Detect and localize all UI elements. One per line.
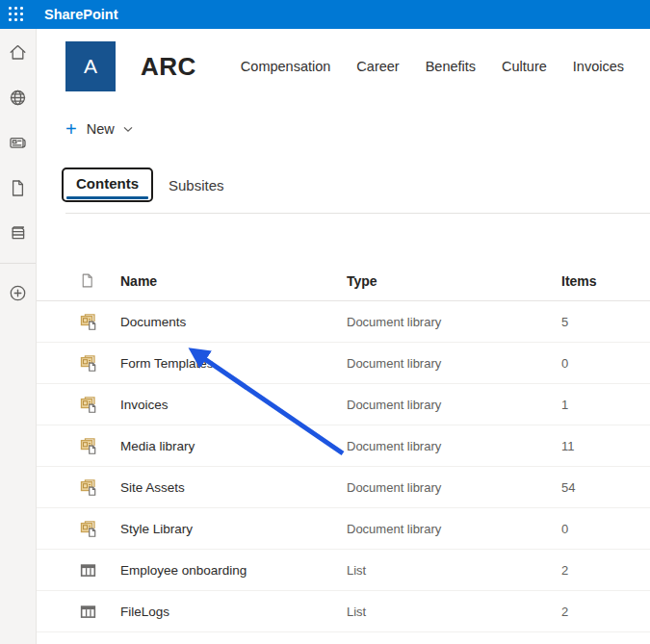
tab-contents[interactable]: Contents xyxy=(62,167,153,202)
tabs-divider xyxy=(65,213,650,214)
command-bar: + New xyxy=(65,117,650,141)
document-library-icon xyxy=(67,396,120,414)
row-items-count: 54 xyxy=(561,480,650,495)
tab-subsites[interactable]: Subsites xyxy=(157,169,236,201)
content-tabs: Contents Subsites xyxy=(62,167,650,202)
row-items-count: 2 xyxy=(561,605,650,619)
add-circle-icon[interactable] xyxy=(8,283,28,303)
row-name-link[interactable]: Style Library xyxy=(120,522,347,536)
row-type: Document library xyxy=(347,356,561,371)
app-rail xyxy=(0,29,37,644)
table-row[interactable]: Form TemplatesDocument library0 xyxy=(37,343,650,384)
site-nav-link-culture[interactable]: Culture xyxy=(502,59,547,74)
column-header-items[interactable]: Items xyxy=(561,273,650,289)
news-icon[interactable] xyxy=(8,133,28,153)
new-button[interactable]: + New xyxy=(65,117,139,141)
row-items-count: 0 xyxy=(561,356,650,371)
column-header-type[interactable]: Type xyxy=(347,273,561,289)
new-button-label: New xyxy=(87,121,115,137)
chevron-down-icon xyxy=(123,126,133,133)
table-row[interactable]: DocumentsDocument library5 xyxy=(37,301,650,343)
site-nav-link-career[interactable]: Career xyxy=(356,59,399,74)
rail-divider xyxy=(0,263,36,264)
row-items-count: 5 xyxy=(561,315,650,329)
app-launcher-waffle-icon[interactable] xyxy=(9,7,24,22)
site-logo[interactable]: A xyxy=(65,41,116,91)
document-library-icon xyxy=(67,437,120,455)
table-row[interactable]: FileLogsList2 xyxy=(37,591,650,632)
main-content: A ARC CompensationCareerBenefitsCultureI… xyxy=(37,29,650,632)
table-header-row: Name Type Items xyxy=(37,261,650,301)
row-type: Document library xyxy=(347,522,561,536)
document-library-icon xyxy=(67,478,120,497)
document-library-icon xyxy=(67,520,120,538)
row-type: Document library xyxy=(347,315,561,329)
list-icon xyxy=(67,561,120,580)
file-type-column-icon xyxy=(67,272,120,289)
site-contents-table: Name Type Items DocumentsDocument librar… xyxy=(37,261,650,632)
list-icon xyxy=(67,603,120,621)
table-row[interactable]: Site AssetsDocument library54 xyxy=(37,467,650,508)
site-nav-link-benefits[interactable]: Benefits xyxy=(426,59,476,74)
site-header: A ARC CompensationCareerBenefitsCultureI… xyxy=(37,29,650,91)
site-title: ARC xyxy=(141,52,196,82)
globe-icon[interactable] xyxy=(8,88,28,108)
site-nav: CompensationCareerBenefitsCultureInvoice… xyxy=(241,59,650,74)
suite-app-name[interactable]: SharePoint xyxy=(44,7,118,22)
row-name-link[interactable]: FileLogs xyxy=(120,605,347,619)
table-row[interactable]: Media libraryDocument library11 xyxy=(37,425,650,467)
table-row[interactable]: Employee onboardingList2 xyxy=(37,550,650,591)
suite-bar: SharePoint xyxy=(0,0,650,29)
row-type: Document library xyxy=(347,439,561,453)
row-type: List xyxy=(347,563,561,578)
row-name-link[interactable]: Employee onboarding xyxy=(120,563,347,578)
table-row[interactable]: Style LibraryDocument library0 xyxy=(37,508,650,550)
plus-icon: + xyxy=(65,122,77,136)
row-type: Document library xyxy=(347,480,561,495)
document-library-icon xyxy=(67,313,120,331)
row-items-count: 1 xyxy=(561,398,650,412)
row-type: List xyxy=(347,605,561,619)
home-icon[interactable] xyxy=(8,42,28,63)
database-stack-icon[interactable] xyxy=(8,223,28,244)
table-row[interactable]: InvoicesDocument library1 xyxy=(37,384,650,425)
column-header-name[interactable]: Name xyxy=(120,273,347,289)
row-name-link[interactable]: Invoices xyxy=(120,398,347,412)
row-items-count: 11 xyxy=(561,439,650,453)
document-icon[interactable] xyxy=(8,178,28,198)
site-nav-link-compensation[interactable]: Compensation xyxy=(241,59,331,74)
row-items-count: 0 xyxy=(561,522,650,536)
row-name-link[interactable]: Site Assets xyxy=(120,480,347,495)
row-type: Document library xyxy=(347,398,561,412)
document-library-icon xyxy=(67,354,120,373)
site-nav-link-invoices[interactable]: Invoices xyxy=(573,59,624,74)
row-name-link[interactable]: Media library xyxy=(120,439,347,453)
row-name-link[interactable]: Documents xyxy=(120,315,347,329)
row-name-link[interactable]: Form Templates xyxy=(120,356,347,371)
row-items-count: 2 xyxy=(561,563,650,578)
